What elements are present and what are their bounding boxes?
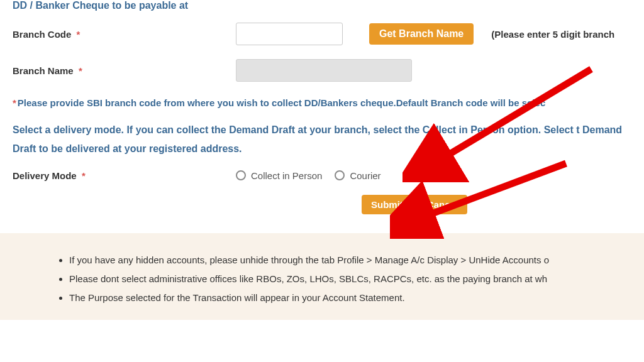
required-asterisk: * — [79, 65, 82, 76]
get-branch-name-button[interactable]: Get Branch Name — [369, 23, 474, 45]
delivery-instruction: Select a delivery mode. If you can colle… — [13, 121, 631, 159]
radio-courier[interactable]: Courier — [335, 170, 380, 181]
radio-courier-label: Courier — [350, 170, 380, 181]
required-asterisk: * — [82, 170, 86, 181]
delivery-mode-radio-group: Collect in Person Courier — [236, 170, 381, 181]
radio-collect-in-person[interactable]: Collect in Person — [236, 170, 322, 181]
note-item: If you have any hidden accounts, please … — [69, 251, 606, 270]
branch-name-label: Branch Name * — [13, 65, 236, 76]
note-item: The Purpose selected for the Transaction… — [69, 288, 606, 307]
radio-collect-label: Collect in Person — [251, 170, 322, 181]
branch-name-input — [236, 59, 412, 82]
action-buttons: Submit Cancel — [362, 195, 631, 214]
delivery-mode-row: Delivery Mode * Collect in Person Courie… — [13, 170, 631, 181]
cancel-button[interactable]: Cancel — [418, 195, 467, 214]
heading-text: DD / Banker Cheque to be payable at — [13, 0, 188, 11]
branch-help-text: *Please provide SBI branch code from whe… — [13, 96, 631, 111]
notes-section: If you have any hidden accounts, please … — [0, 233, 644, 320]
branch-code-input[interactable] — [236, 23, 343, 45]
required-asterisk: * — [77, 29, 80, 40]
radio-icon — [335, 170, 345, 180]
note-item: Please dont select administrative office… — [69, 270, 606, 288]
branch-name-row: Branch Name * — [13, 59, 631, 82]
branch-code-label: Branch Code * — [13, 29, 236, 40]
delivery-mode-label: Delivery Mode * — [13, 170, 236, 181]
branch-code-row: Branch Code * Get Branch Name (Please en… — [13, 23, 631, 45]
radio-icon — [236, 170, 246, 180]
help-asterisk: * — [13, 97, 16, 108]
notes-list: If you have any hidden accounts, please … — [44, 251, 606, 307]
branch-code-hint: (Please enter 5 digit branch — [491, 29, 614, 40]
section-heading: DD / Banker Cheque to be payable at — [13, 0, 631, 11]
submit-button[interactable]: Submit — [362, 195, 413, 214]
